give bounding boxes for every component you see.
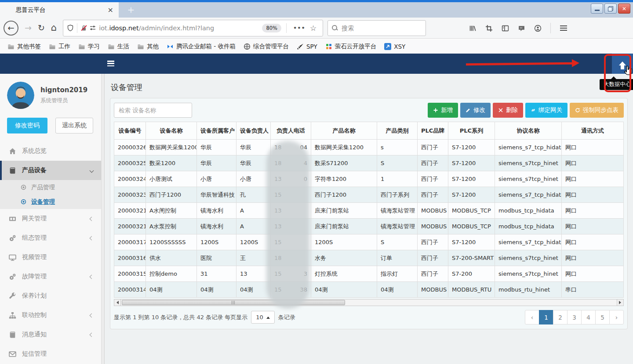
table-row[interactable]: 20000314904测04测04测153804测04测MODBUSMODBUS… xyxy=(114,282,624,298)
browser-tab[interactable]: 思普云平台 × xyxy=(0,2,119,18)
sidebar-item-产品设备[interactable]: 产品设备 xyxy=(0,161,101,180)
table-cell: 1 xyxy=(377,171,418,187)
bookmark-item[interactable]: 工作 xyxy=(46,41,73,52)
page-title: 设备管理 xyxy=(105,74,633,98)
新增-button[interactable]: 新增 xyxy=(428,103,458,118)
column-header[interactable]: PLC系列 xyxy=(448,122,495,140)
sidebars-icon[interactable] xyxy=(502,25,509,32)
bookmark-item[interactable]: 其他书签 xyxy=(4,41,44,52)
tab-close-button[interactable]: × xyxy=(108,7,113,14)
column-header[interactable]: 协议名称 xyxy=(495,122,562,140)
sidebar-item-视频管理[interactable]: 视频管理 xyxy=(0,248,101,267)
scroll-left-arrow[interactable] xyxy=(114,299,121,306)
column-header[interactable]: 产品名称 xyxy=(311,122,377,140)
column-header[interactable]: PLC品牌 xyxy=(418,122,448,140)
browser-search-input[interactable] xyxy=(342,25,407,32)
table-row[interactable]: 200003211A水泵控制镇海水利A13庶来门前泵站镇海泵站管理MODBUSM… xyxy=(114,219,624,234)
scrollbar-thumb[interactable] xyxy=(122,300,345,305)
page-button-4[interactable]: 4 xyxy=(581,310,596,324)
table-row[interactable]: 200003152控制demo3113153灯控系统指示灯西门子S7-200si… xyxy=(114,266,624,282)
zoom-level-badge[interactable]: 80% xyxy=(262,24,281,32)
sidebar-item-网关管理[interactable]: 网关管理 xyxy=(0,209,101,228)
table-row[interactable]: 2000031771200SSSSSS1200S1200S151200SS西门子… xyxy=(114,234,624,250)
device-search-input[interactable] xyxy=(114,103,192,118)
account-icon[interactable] xyxy=(534,25,541,32)
table-row[interactable]: 200003260数据网关采集1200华辰华辰1804数据网关采集1200s西门… xyxy=(114,140,624,155)
table-cell: 1200S xyxy=(236,234,271,250)
column-header[interactable]: 通讯方式 xyxy=(562,122,624,140)
sidebar-item-产品管理[interactable]: 产品管理 xyxy=(0,180,101,195)
绑定网关-button[interactable]: 绑定网关 xyxy=(525,103,568,118)
screenshot-icon[interactable] xyxy=(485,25,492,32)
logout-button[interactable]: 退出系统 xyxy=(55,118,93,133)
change-password-button[interactable]: 修改密码 xyxy=(7,118,47,133)
bookmark-item[interactable]: 其他 xyxy=(134,41,162,52)
强制同步点表-button[interactable]: 强制同步点表 xyxy=(570,103,624,118)
table-row[interactable]: 200003256数采1200华辰华辰184数采S71200S西门子S7-120… xyxy=(114,155,624,171)
sidebar-item-短信管理[interactable]: 短信管理 xyxy=(0,344,101,364)
修改-button[interactable]: 修改 xyxy=(460,103,491,118)
page-size-dropdown[interactable]: 10 xyxy=(251,311,275,324)
sidebar-item-保养计划[interactable]: 保养计划 xyxy=(0,286,101,306)
reload-button[interactable]: ↻ xyxy=(38,24,45,32)
删除-button[interactable]: 删除 xyxy=(493,103,523,118)
table-cell: 200003211 xyxy=(114,219,146,234)
back-button[interactable]: ← xyxy=(4,21,18,36)
column-header[interactable]: 设备名称 xyxy=(146,122,197,140)
sidebar-item-系统总览[interactable]: 系统总览 xyxy=(0,141,101,161)
table-cell: 1200S xyxy=(311,234,377,250)
table-row[interactable]: 200003212A水闸控制镇海水利A13庶来门前泵站镇海泵站管理MODBUSM… xyxy=(114,203,624,219)
next-page-button[interactable]: › xyxy=(609,310,624,324)
close-button[interactable]: ✕ xyxy=(618,4,630,14)
column-header[interactable]: 设备负责人 xyxy=(236,122,271,140)
sidebar-item-组态管理[interactable]: 组态管理 xyxy=(0,228,101,248)
sidebar: hignton2019 系统管理员 修改密码 退出系统 系统总览产品设备产品管理… xyxy=(0,74,101,364)
browser-search[interactable] xyxy=(327,20,426,36)
home-button[interactable]: ⌂ xyxy=(51,23,57,32)
table-row[interactable]: 200003165供水医院王18水务订单西门子S7-200-SMARTsieme… xyxy=(114,250,624,266)
page-button-5[interactable]: 5 xyxy=(595,310,610,324)
sidebar-toggle-icon[interactable] xyxy=(107,61,114,66)
permissions-icon[interactable] xyxy=(89,25,96,32)
bookmark-item[interactable]: XSY xyxy=(381,42,408,51)
shield-icon[interactable] xyxy=(67,25,74,32)
column-header[interactable]: 设备所属客户 xyxy=(197,122,236,140)
bookmark-item[interactable]: 生活 xyxy=(105,41,132,52)
sidebar-item-联动控制[interactable]: 联动控制 xyxy=(0,306,101,325)
sidebar-item-故障管理[interactable]: 故障管理 xyxy=(0,267,101,286)
bookmark-item[interactable]: 萤石云开放平台 xyxy=(322,41,380,52)
column-header[interactable]: 设备编号 xyxy=(114,122,146,140)
sidebar-item-设备管理[interactable]: 设备管理 xyxy=(0,195,101,209)
column-header[interactable]: 负责人电话 xyxy=(271,122,311,140)
bookmark-item[interactable]: 腾讯企业邮箱 - 收件箱 xyxy=(164,41,239,52)
messages-icon[interactable] xyxy=(518,25,525,32)
page-button-1[interactable]: 1 xyxy=(539,310,553,324)
table-cell: 镇海泵站管理 xyxy=(377,203,418,219)
table-row[interactable]: 200003248小唐测试小唐小唐130字符串12001西门子S7-1200si… xyxy=(114,171,624,187)
bookmark-item[interactable]: SPY xyxy=(294,42,320,51)
bookmark-star-icon[interactable]: ☆ xyxy=(310,24,316,32)
bookmark-item[interactable]: 学习 xyxy=(75,41,103,52)
menu-icon[interactable] xyxy=(560,25,567,31)
page-actions-icon[interactable]: ••• xyxy=(293,25,306,31)
forward-button[interactable]: → xyxy=(25,24,32,32)
column-header[interactable]: 产品类别 xyxy=(377,122,418,140)
scrollbar-track[interactable] xyxy=(121,299,617,306)
bookmark-item[interactable]: 综合管理平台 xyxy=(240,41,292,52)
avatar[interactable] xyxy=(7,82,34,109)
scroll-right-arrow[interactable] xyxy=(617,299,624,306)
sidebar-item-消息通知[interactable]: 消息通知 xyxy=(0,325,101,344)
url-bar[interactable]: iot.idosp.net/admin/index.html?lang 80% … xyxy=(63,20,323,36)
prev-page-button[interactable]: ‹ xyxy=(525,310,539,324)
page-button-3[interactable]: 3 xyxy=(567,310,582,324)
sidebar-scrollbar[interactable] xyxy=(101,74,105,364)
library-icon[interactable] xyxy=(469,25,476,32)
new-tab-button[interactable]: + xyxy=(125,4,137,16)
page-button-2[interactable]: 2 xyxy=(553,310,568,324)
restore-button[interactable] xyxy=(604,4,617,14)
big-data-center-button[interactable] xyxy=(612,54,633,74)
horizontal-scrollbar[interactable] xyxy=(114,299,624,306)
minimize-button[interactable] xyxy=(591,4,603,14)
insecure-lock-icon[interactable] xyxy=(80,25,87,32)
table-row[interactable]: 200003230西门子1200华辰智通科技孔15西门子1200西门子系列西门子… xyxy=(114,187,624,203)
